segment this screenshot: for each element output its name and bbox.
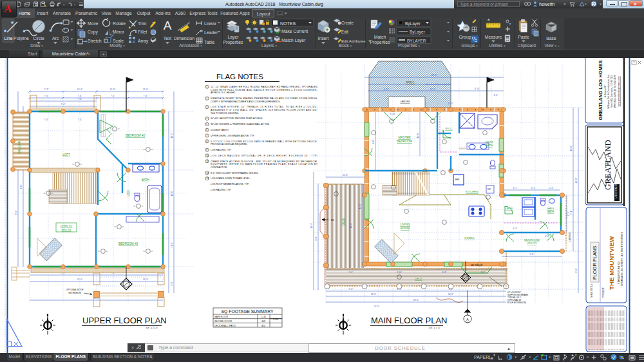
svg-text:14'-0": 14'-0": [371, 293, 377, 296]
svg-text:BELOW: BELOW: [61, 228, 71, 231]
svg-text:LOG STAIR SYSTEM. 10" TREADS.: LOG STAIR SYSTEM. 10" TREADS. 15 RISES T…: [211, 106, 318, 108]
svg-text:2: 2: [206, 97, 207, 100]
svg-text:LOG STAIRS DOWN TO MAIN LEVEL.: LOG STAIRS DOWN TO MAIN LEVEL.: [211, 177, 251, 180]
svg-text:EXTENSION: EXTENSION: [68, 292, 81, 294]
svg-text:7'-6": 7'-6": [44, 119, 50, 121]
svg-text:Rotate: Rotate: [113, 21, 126, 26]
svg-text:Stretch: Stretch: [88, 39, 102, 43]
svg-text:Scale: Scale: [113, 39, 124, 43]
svg-text:14'-6": 14'-6": [77, 88, 83, 91]
svg-text:CRAWLSPACE ACCESS IN FLOOR - M: CRAWLSPACE ACCESS IN FLOOR - MIN. 30"x30…: [211, 160, 317, 163]
svg-text:7'-1": 7'-1": [570, 210, 573, 215]
svg-text:Circle: Circle: [33, 36, 44, 41]
svg-text:BEDROOM #3: BEDROOM #3: [118, 242, 138, 245]
svg-text:THE MOUNTVIEW: THE MOUNTVIEW: [608, 236, 615, 290]
svg-text:5'-4": 5'-4": [549, 187, 554, 189]
svg-text:MASTER: MASTER: [398, 136, 411, 139]
svg-text:13'-0": 13'-0": [570, 145, 573, 151]
svg-text:SHEET TITLE:: SHEET TITLE:: [591, 283, 593, 298]
svg-text:6'-8": 6'-8": [442, 271, 448, 274]
svg-text:Text: Text: [164, 36, 172, 41]
svg-text:3'-0": 3'-0": [494, 94, 499, 97]
svg-text:SQ FOOTAGE SUMMARY: SQ FOOTAGE SUMMARY: [222, 309, 274, 314]
svg-text:Mirror: Mirror: [113, 30, 124, 34]
svg-text:3'-1": 3'-1": [531, 187, 536, 189]
svg-text:Layer: Layer: [227, 35, 239, 40]
svg-text:Fillet: Fillet: [138, 30, 147, 34]
svg-text:6'-0": 6'-0": [513, 227, 518, 230]
svg-text:4'-7": 4'-7": [513, 187, 518, 189]
svg-text:W.I.C.: W.I.C.: [445, 127, 452, 130]
svg-text:Properties: Properties: [370, 40, 391, 45]
svg-text:BALCONY: BALCONY: [17, 140, 21, 153]
svg-text:hewetth: hewetth: [539, 2, 555, 6]
svg-text:17'-0": 17'-0": [430, 88, 436, 91]
svg-text:11'-0": 11'-0": [171, 190, 173, 196]
svg-text:UPPER LEVEL LOG BEAMS ABOVE, T: UPPER LEVEL LOG BEAMS ABOVE, TYP.: [211, 135, 254, 137]
svg-text:7'-0": 7'-0": [61, 103, 66, 106]
svg-text:Base: Base: [546, 36, 556, 41]
svg-text:8: 8: [206, 140, 207, 143]
svg-text:DW: DW: [488, 188, 491, 191]
svg-text:A: A: [164, 19, 172, 32]
svg-text:LANDING: LANDING: [400, 100, 410, 103]
svg-text:60"x60" JACUZZI TUB. PROVIDE P: 60"x60" JACUZZI TUB. PROVIDE PUMP ACCESS…: [211, 117, 263, 120]
svg-text:SINGLE: SINGLE: [459, 148, 466, 150]
svg-text:12: 12: [206, 172, 209, 175]
svg-text:7'-3": 7'-3": [44, 88, 50, 91]
svg-text:Make Current: Make Current: [281, 29, 308, 33]
svg-text:LOGS WITH FULL SCRIBE AND SADD: LOGS WITH FULL SCRIBE AND SADDLE NOTCH C…: [211, 89, 317, 91]
svg-text:14'-0": 14'-0": [143, 278, 149, 281]
svg-text:1/4" = 1'-0": 1/4" = 1'-0": [146, 326, 158, 329]
svg-text:1,131: 1,131: [261, 316, 267, 318]
svg-text:1,799: 1,799: [273, 318, 279, 321]
svg-text:FLOOR PLANS: FLOOR PLANS: [592, 245, 598, 280]
svg-text:APPROX. 9'-0" HEIGHT.: APPROX. 9'-0" HEIGHT.: [211, 91, 236, 94]
svg-text:Box 683; Gunnison, CO 81230: Box 683; Gunnison, CO 81230: [611, 76, 613, 108]
svg-text:STANDARD PLAN #32: STANDARD PLAN #32: [618, 262, 620, 284]
svg-text:BATH: BATH: [142, 178, 149, 182]
svg-text:ROOM: ROOM: [401, 227, 410, 230]
svg-text:17'-2": 17'-2": [350, 222, 352, 228]
svg-text:Properties: Properties: [223, 40, 244, 45]
svg-text:13: 13: [206, 177, 209, 180]
svg-text:11'-6": 11'-6": [110, 88, 116, 91]
svg-text:11'-6": 11'-6": [171, 242, 173, 247]
svg-text:Edit Attributes: Edit Attributes: [341, 39, 366, 43]
svg-text:9'-6": 9'-6": [575, 268, 578, 273]
svg-text:LOG ROOF MEMBERS ABOVE, TYP.: LOG ROOF MEMBERS ABOVE, TYP.: [211, 183, 249, 186]
svg-text:ASSUMING 9'-0" LOG WALL, 3/4": ASSUMING 9'-0" LOG WALL, 3/4" SPACER, 2x…: [211, 109, 318, 111]
svg-text:12"-14" MEAN DIAMETER FULL ROU: 12"-14" MEAN DIAMETER FULL ROUND HANDCRA…: [211, 86, 317, 88]
svg-text:UTILITY: UTILITY: [527, 242, 537, 245]
svg-text:13'-0": 13'-0": [359, 203, 361, 209]
svg-text:824: 824: [261, 325, 265, 327]
svg-text:CONTRACTOR.: CONTRACTOR.: [211, 166, 227, 169]
svg-text:6: 6: [206, 129, 207, 131]
svg-text:MAIN FLOOR PLAN: MAIN FLOOR PLAN: [371, 316, 447, 325]
svg-text:Polyline: Polyline: [14, 36, 29, 41]
svg-text:Group: Group: [459, 35, 471, 40]
svg-text:Match: Match: [374, 35, 386, 39]
svg-text:Dimension: Dimension: [174, 36, 194, 41]
svg-text:BEDROOM #2: BEDROOM #2: [126, 134, 146, 137]
svg-text:PROVIDE ACCESS AS REQUIRED.: PROVIDE ACCESS AS REQUIRED.: [211, 143, 248, 146]
svg-text:11'-6": 11'-6": [171, 132, 173, 138]
svg-text:FIREPLACE INSERT WITH FRAMED P: FIREPLACE INSERT WITH FRAMED PERIMETER W…: [211, 97, 317, 100]
svg-text:8'-0" HIGH CLOSET WITH FRAMED: 8'-0" HIGH CLOSET WITH FRAMED CEILING.: [211, 172, 258, 175]
svg-text:Line: Line: [5, 36, 13, 41]
svg-text:Match Layer: Match Layer: [281, 38, 306, 43]
svg-text:LIVING: LIVING: [400, 223, 410, 226]
svg-text:17'-0": 17'-0": [448, 102, 454, 105]
svg-text:BYLAYER: BYLAYER: [407, 39, 426, 43]
svg-text:ByLayer: ByLayer: [405, 21, 421, 26]
svg-text:9'-10": 9'-10": [384, 88, 390, 91]
svg-text:LOG RAILING, TYP.: LOG RAILING, TYP.: [211, 149, 231, 151]
svg-text:GREATLAND: GREATLAND: [603, 140, 612, 190]
svg-text:7: 7: [206, 135, 207, 137]
svg-text:36"x36" SHOWER w/ TEMPERED GLA: 36"x36" SHOWER w/ TEMPERED GLASS WALL AT…: [211, 123, 269, 126]
svg-text:7'-6": 7'-6": [144, 95, 149, 97]
svg-text:5: 5: [206, 123, 207, 126]
svg-text:7'-1": 7'-1": [567, 211, 570, 216]
svg-text:28'-0": 28'-0": [413, 299, 419, 301]
svg-text:COMPLY WITH MANUFACTURER'S AND: COMPLY WITH MANUFACTURER'S AND CODE REQU…: [211, 100, 280, 103]
